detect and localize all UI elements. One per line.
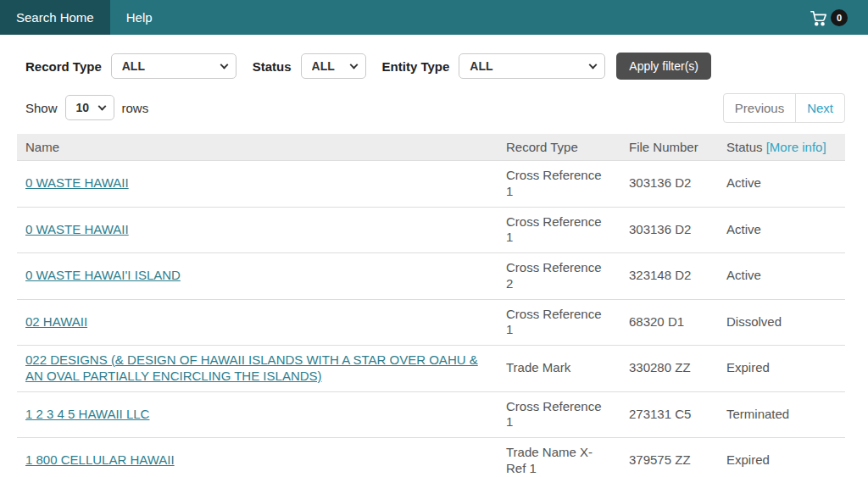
name-cell: 022 DESIGNS (& DESIGN OF HAWAII ISLANDS … [17,346,498,392]
entity-name-link[interactable]: 0 WASTE HAWAII [25,175,129,190]
status-cell: Expired [718,438,845,477]
entity-name-link[interactable]: 02 HAWAII [25,314,87,329]
file-number-cell: 323148 D2 [620,253,718,300]
entity-name-link[interactable]: 1 2 3 4 5 HAWAII LLC [25,407,149,421]
status-cell: Dissolved [718,299,845,346]
column-header-status: Status [More info] [718,134,845,161]
table-row: 02 HAWAII Cross Reference 1 68320 D1 Dis… [17,299,845,346]
nav-item-search-home[interactable]: Search Home [0,0,110,35]
rows-per-page-select[interactable]: 10 [65,95,114,120]
cart-button[interactable]: 0 [810,0,868,35]
entity-name-link[interactable]: 1 800 CELLULAR HAWAII [25,452,175,467]
status-cell: Terminated [718,391,845,438]
record-type-cell: Trade Name X-Ref 1 [498,438,620,477]
shopping-cart-icon [810,9,828,26]
column-header-record-type: Record Type [498,134,620,161]
entity-name-link[interactable]: 022 DESIGNS (& DESIGN OF HAWAII ISLANDS … [25,352,478,383]
show-label: Show [25,101,58,115]
status-select[interactable]: ALL [301,53,366,79]
table-row: 1 800 CELLULAR HAWAII Trade Name X-Ref 1… [17,438,845,477]
record-type-cell: Trade Mark [498,346,620,392]
table-row: 0 WASTE HAWAII Cross Reference 1 303136 … [17,207,845,253]
status-cell: Active [718,161,845,208]
rows-label: rows [122,101,149,115]
pagination: Previous Next [723,93,845,123]
results-table: Name Record Type File Number Status [Mor… [17,134,845,477]
navbar: Search Home Help 0 [0,0,868,35]
name-cell: 0 WASTE HAWAII [17,161,498,208]
cart-count-badge: 0 [831,9,848,26]
show-rows-control: Show 10 rows [25,95,148,120]
entity-type-label: Entity Type [382,59,450,74]
status-header-label: Status [726,140,763,154]
filter-bar: Record Type ALL Status ALL Entity Type A… [25,53,845,80]
status-cell: Active [718,207,845,253]
file-number-cell: 379575 ZZ [620,438,718,477]
table-row: 022 DESIGNS (& DESIGN OF HAWAII ISLANDS … [17,346,845,392]
name-cell: 1 2 3 4 5 HAWAII LLC [17,391,498,438]
status-cell: Expired [718,346,845,392]
status-label: Status [253,59,292,74]
record-type-label: Record Type [25,59,102,74]
entity-name-link[interactable]: 0 WASTE HAWAII [25,222,129,236]
name-cell: 02 HAWAII [17,299,498,346]
file-number-cell: 303136 D2 [620,161,718,208]
file-number-cell: 303136 D2 [620,207,718,253]
record-type-cell: Cross Reference 1 [498,391,620,438]
previous-button[interactable]: Previous [724,94,796,122]
table-row: 0 WASTE HAWAI'I ISLAND Cross Reference 2… [17,253,845,300]
file-number-cell: 68320 D1 [620,299,718,346]
name-cell: 1 800 CELLULAR HAWAII [17,438,498,477]
table-row: 1 2 3 4 5 HAWAII LLC Cross Reference 1 2… [17,391,845,438]
table-row: 0 WASTE HAWAII Cross Reference 1 303136 … [17,161,845,208]
record-type-cell: Cross Reference 1 [498,299,620,346]
name-cell: 0 WASTE HAWAII [17,207,498,253]
column-header-file-number: File Number [620,134,718,161]
table-body: 0 WASTE HAWAII Cross Reference 1 303136 … [17,161,845,477]
entity-name-link[interactable]: 0 WASTE HAWAI'I ISLAND [25,268,181,282]
next-button[interactable]: Next [796,94,844,122]
entity-type-select[interactable]: ALL [459,53,605,79]
record-type-cell: Cross Reference 2 [498,253,620,300]
list-controls: Show 10 rows Previous Next [25,93,845,123]
more-info-link[interactable]: [More info] [766,140,826,154]
column-header-name: Name [17,134,498,161]
record-type-select[interactable]: ALL [111,53,236,79]
file-number-cell: 273131 C5 [620,391,718,438]
record-type-cell: Cross Reference 1 [498,207,620,253]
file-number-cell: 330280 ZZ [620,346,718,392]
apply-filters-button[interactable]: Apply filter(s) [616,53,711,80]
nav-item-help[interactable]: Help [110,0,169,35]
status-cell: Active [718,253,845,300]
record-type-cell: Cross Reference 1 [498,161,620,208]
table-header-row: Name Record Type File Number Status [Mor… [17,134,845,161]
name-cell: 0 WASTE HAWAI'I ISLAND [17,253,498,300]
main-content: Record Type ALL Status ALL Entity Type A… [0,35,868,477]
